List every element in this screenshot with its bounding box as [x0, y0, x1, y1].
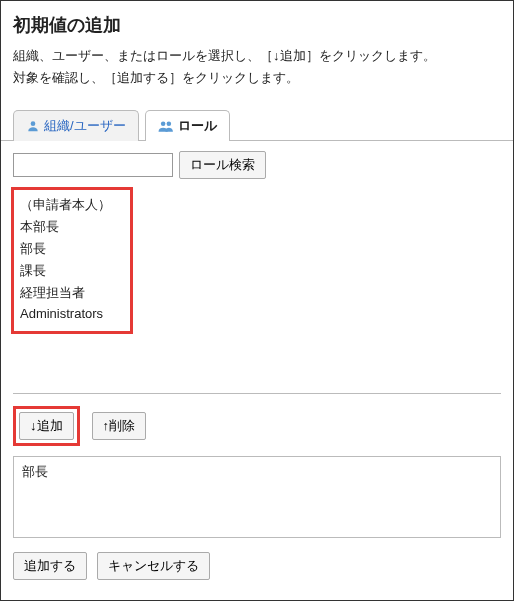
desc-line-2: 対象を確認し、［追加する］をクリックします。 — [13, 70, 299, 85]
role-list-highlight: （申請者本人） 本部長 部長 課長 経理担当者 Administrators — [11, 187, 133, 334]
tab-role-label: ロール — [178, 117, 217, 135]
role-item[interactable]: （申請者本人） — [20, 194, 124, 216]
tab-role[interactable]: ロール — [145, 110, 230, 141]
role-item[interactable]: 本部長 — [20, 216, 124, 238]
dialog: 初期値の追加 組織、ユーザー、またはロールを選択し、［↓追加］をクリックします。… — [0, 0, 514, 601]
description: 組織、ユーザー、またはロールを選択し、［↓追加］をクリックします。 対象を確認し… — [13, 45, 501, 89]
role-list: （申請者本人） 本部長 部長 課長 経理担当者 Administrators — [14, 190, 130, 331]
role-item[interactable]: 経理担当者 — [20, 282, 124, 304]
role-list-container: （申請者本人） 本部長 部長 課長 経理担当者 Administrators — [1, 187, 513, 334]
page-title: 初期値の追加 — [13, 13, 501, 37]
add-button-highlight: ↓追加 — [13, 406, 80, 446]
header: 初期値の追加 組織、ユーザー、またはロールを選択し、［↓追加］をクリックします。… — [1, 1, 513, 99]
submit-button[interactable]: 追加する — [13, 552, 87, 580]
search-button[interactable]: ロール検索 — [179, 151, 266, 179]
svg-point-0 — [31, 122, 36, 127]
svg-point-1 — [160, 122, 165, 127]
role-item[interactable]: Administrators — [20, 304, 124, 323]
desc-line-1: 組織、ユーザー、またはロールを選択し、［↓追加］をクリックします。 — [13, 48, 436, 63]
role-item[interactable]: 課長 — [20, 260, 124, 282]
action-row: ↓追加 ↑削除 — [1, 394, 513, 456]
tab-org-user[interactable]: 組織/ユーザー — [13, 110, 139, 141]
tab-bar: 組織/ユーザー ロール — [1, 109, 513, 141]
person-icon — [26, 119, 40, 133]
list-area-spacer — [13, 334, 501, 394]
cancel-button[interactable]: キャンセルする — [97, 552, 210, 580]
tab-org-user-label: 組織/ユーザー — [44, 117, 126, 135]
people-icon — [158, 119, 174, 133]
role-item[interactable]: 部長 — [20, 238, 124, 260]
search-row: ロール検索 — [1, 141, 513, 187]
selected-item[interactable]: 部長 — [22, 463, 492, 481]
search-input[interactable] — [13, 153, 173, 177]
selected-list: 部長 — [13, 456, 501, 538]
footer-row: 追加する キャンセルする — [1, 538, 513, 590]
svg-point-2 — [166, 122, 171, 127]
add-button[interactable]: ↓追加 — [19, 412, 74, 440]
remove-button[interactable]: ↑削除 — [92, 412, 147, 440]
